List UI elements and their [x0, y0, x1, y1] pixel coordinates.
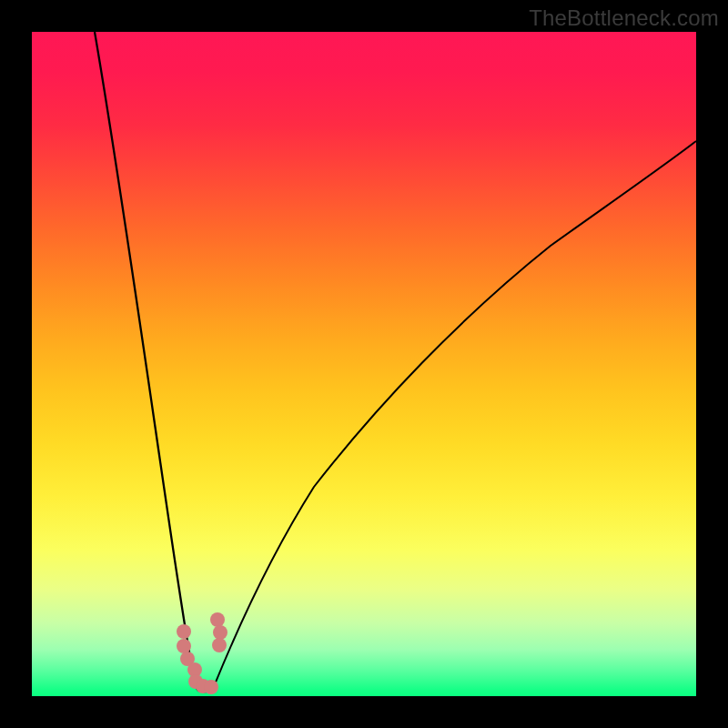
svg-point-0 [177, 624, 191, 639]
chart-frame: TheBottleneck.com [0, 0, 728, 728]
svg-point-8 [213, 625, 228, 640]
left-curve [95, 32, 197, 690]
svg-point-6 [204, 680, 218, 694]
svg-point-7 [210, 612, 225, 627]
right-drag-dots[interactable] [210, 612, 228, 652]
watermark-text: TheBottleneck.com [529, 5, 719, 31]
svg-point-9 [212, 638, 227, 652]
curves-svg [32, 32, 696, 696]
left-drag-dots[interactable] [177, 624, 218, 694]
plot-area [32, 32, 696, 696]
svg-point-1 [177, 639, 191, 653]
right-curve [213, 141, 696, 689]
